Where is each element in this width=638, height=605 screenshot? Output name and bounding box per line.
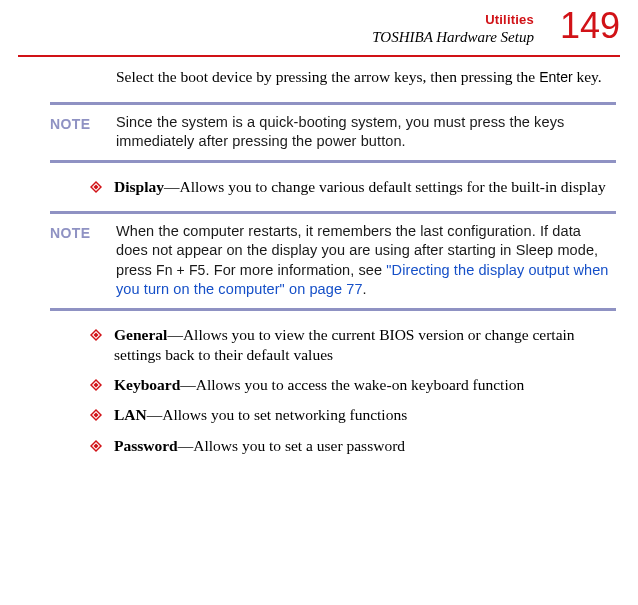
desc-keyboard: —Allows you to access the wake-on keyboa… (180, 376, 524, 393)
list-item: Keyboard—Allows you to access the wake-o… (90, 375, 616, 395)
list-item: General—Allows you to view the current B… (90, 325, 616, 365)
diamond-icon (90, 329, 102, 341)
note-label: NOTE (50, 113, 116, 133)
diamond-icon (90, 409, 102, 421)
note-label: NOTE (50, 222, 116, 242)
diamond-icon (90, 440, 102, 452)
term-lan: LAN (114, 406, 147, 423)
diamond-icon (90, 181, 102, 193)
header-rule (18, 55, 620, 57)
page-header: Utilities TOSHIBA Hardware Setup 149 (18, 8, 620, 47)
list-item: Password—Allows you to set a user passwo… (90, 436, 616, 456)
bullet-list-bottom: General—Allows you to view the current B… (90, 325, 616, 456)
note2-c: . (363, 281, 367, 297)
intro-text-1: Select the boot device by pressing the a… (116, 68, 539, 85)
note-1: NOTE Since the system is a quick-booting… (18, 102, 620, 163)
note-bottom-bar (50, 308, 616, 311)
note-bottom-bar (50, 160, 616, 163)
list-item: LAN—Allows you to set networking functio… (90, 405, 616, 425)
desc-display: —Allows you to change various default se… (164, 178, 606, 195)
diamond-icon (90, 379, 102, 391)
desc-lan: —Allows you to set networking functions (147, 406, 407, 423)
desc-password: —Allows you to set a user password (178, 437, 405, 454)
bullet-text: Keyboard—Allows you to access the wake-o… (114, 375, 524, 395)
note-2-body: When the computer restarts, it remembers… (116, 222, 616, 300)
page-container: Utilities TOSHIBA Hardware Setup 149 Sel… (0, 0, 638, 476)
bullet-text: LAN—Allows you to set networking functio… (114, 405, 407, 425)
note-2: NOTE When the computer restarts, it reme… (18, 211, 620, 311)
term-general: General (114, 326, 167, 343)
desc-general: —Allows you to view the current BIOS ver… (114, 326, 575, 363)
term-password: Password (114, 437, 178, 454)
key-fn-f5: Fn + F5 (156, 262, 205, 278)
bullet-list-top: Display—Allows you to change various def… (90, 177, 616, 197)
intro-text-2: key. (573, 68, 602, 85)
bullet-text: General—Allows you to view the current B… (114, 325, 616, 365)
intro-paragraph: Select the boot device by pressing the a… (116, 67, 616, 87)
list-item: Display—Allows you to change various def… (90, 177, 616, 197)
header-category: Utilities (372, 12, 534, 29)
note-1-body: Since the system is a quick-booting syst… (116, 113, 616, 152)
bullet-text: Display—Allows you to change various def… (114, 177, 606, 197)
bullet-text: Password—Allows you to set a user passwo… (114, 436, 405, 456)
term-keyboard: Keyboard (114, 376, 180, 393)
page-number: 149 (560, 8, 620, 44)
key-enter: Enter (539, 69, 572, 85)
term-display: Display (114, 178, 164, 195)
header-section: TOSHIBA Hardware Setup (372, 28, 534, 48)
note2-b: . For more information, see (205, 262, 386, 278)
header-titles: Utilities TOSHIBA Hardware Setup (372, 8, 534, 47)
